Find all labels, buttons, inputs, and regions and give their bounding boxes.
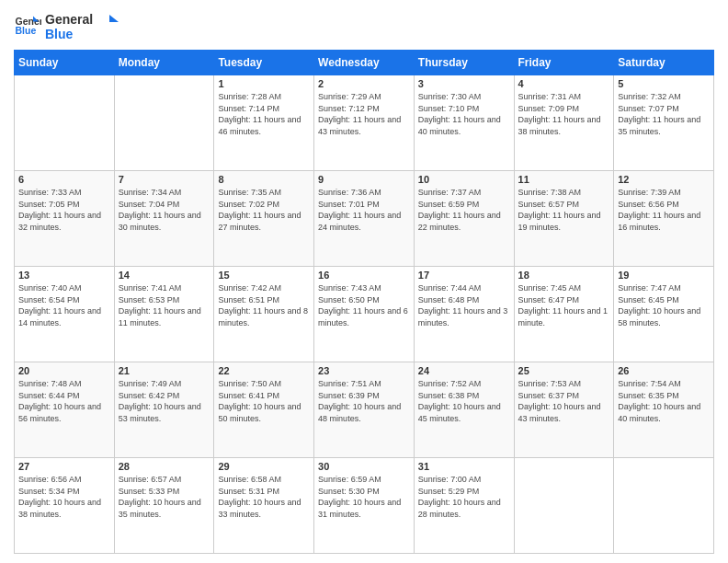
- calendar-weekday: Tuesday: [214, 51, 314, 75]
- calendar-cell: 18Sunrise: 7:45 AMSunset: 6:47 PMDayligh…: [514, 267, 614, 362]
- calendar-body: 1Sunrise: 7:28 AMSunset: 7:14 PMDaylight…: [15, 75, 714, 554]
- calendar-cell: 5Sunrise: 7:32 AMSunset: 7:07 PMDaylight…: [614, 75, 714, 171]
- calendar-weekday: Monday: [114, 51, 214, 75]
- calendar-cell: 7Sunrise: 7:34 AMSunset: 7:04 PMDaylight…: [114, 171, 214, 267]
- calendar-cell: 20Sunrise: 7:48 AMSunset: 6:44 PMDayligh…: [15, 362, 115, 458]
- day-info: Sunrise: 7:42 AMSunset: 6:51 PMDaylight:…: [218, 282, 310, 328]
- day-info: Sunrise: 7:40 AMSunset: 6:54 PMDaylight:…: [18, 282, 110, 328]
- day-info: Sunrise: 7:41 AMSunset: 6:53 PMDaylight:…: [119, 282, 210, 328]
- day-number: 17: [418, 270, 510, 281]
- day-number: 3: [418, 78, 510, 89]
- calendar-cell: [514, 458, 614, 554]
- calendar-cell: [614, 458, 714, 554]
- calendar-cell: 6Sunrise: 7:33 AMSunset: 7:05 PMDaylight…: [15, 171, 115, 267]
- day-info: Sunrise: 7:28 AMSunset: 7:14 PMDaylight:…: [218, 91, 310, 137]
- day-info: Sunrise: 7:36 AMSunset: 7:01 PMDaylight:…: [318, 187, 410, 233]
- day-info: Sunrise: 6:56 AMSunset: 5:34 PMDaylight:…: [18, 474, 110, 520]
- day-number: 28: [119, 461, 210, 472]
- day-number: 18: [518, 270, 610, 281]
- calendar-cell: 11Sunrise: 7:38 AMSunset: 6:57 PMDayligh…: [514, 171, 614, 267]
- calendar-cell: 9Sunrise: 7:36 AMSunset: 7:01 PMDaylight…: [314, 171, 415, 267]
- calendar-weekday: Wednesday: [314, 51, 415, 75]
- header: General Blue General Blue: [14, 9, 714, 42]
- day-number: 16: [318, 270, 410, 281]
- day-info: Sunrise: 7:32 AMSunset: 7:07 PMDaylight:…: [618, 91, 710, 137]
- day-info: Sunrise: 7:33 AMSunset: 7:05 PMDaylight:…: [18, 187, 110, 233]
- day-info: Sunrise: 7:35 AMSunset: 7:02 PMDaylight:…: [218, 187, 310, 233]
- calendar-cell: 28Sunrise: 6:57 AMSunset: 5:33 PMDayligh…: [114, 458, 214, 554]
- calendar-week-row: 20Sunrise: 7:48 AMSunset: 6:44 PMDayligh…: [15, 362, 714, 458]
- svg-text:General: General: [45, 12, 93, 27]
- day-number: 25: [518, 365, 610, 376]
- day-info: Sunrise: 7:29 AMSunset: 7:12 PMDaylight:…: [318, 91, 410, 137]
- day-number: 29: [218, 461, 310, 472]
- day-number: 30: [318, 461, 410, 472]
- calendar-cell: 21Sunrise: 7:49 AMSunset: 6:42 PMDayligh…: [114, 362, 214, 458]
- calendar-cell: 19Sunrise: 7:47 AMSunset: 6:45 PMDayligh…: [614, 267, 714, 362]
- day-info: Sunrise: 7:31 AMSunset: 7:09 PMDaylight:…: [518, 91, 610, 137]
- svg-marker-5: [109, 15, 119, 22]
- day-info: Sunrise: 7:30 AMSunset: 7:10 PMDaylight:…: [418, 91, 510, 137]
- calendar-cell: 3Sunrise: 7:30 AMSunset: 7:10 PMDaylight…: [414, 75, 514, 171]
- calendar-cell: 26Sunrise: 7:54 AMSunset: 6:35 PMDayligh…: [614, 362, 714, 458]
- day-number: 8: [218, 174, 310, 185]
- calendar-cell: 29Sunrise: 6:58 AMSunset: 5:31 PMDayligh…: [214, 458, 314, 554]
- day-info: Sunrise: 7:39 AMSunset: 6:56 PMDaylight:…: [618, 187, 710, 233]
- calendar-weekday: Saturday: [614, 51, 714, 75]
- calendar-weekday: Thursday: [414, 51, 514, 75]
- day-number: 24: [418, 365, 510, 376]
- calendar-cell: 13Sunrise: 7:40 AMSunset: 6:54 PMDayligh…: [15, 267, 115, 362]
- day-info: Sunrise: 7:48 AMSunset: 6:44 PMDaylight:…: [18, 378, 110, 424]
- calendar-header-row: SundayMondayTuesdayWednesdayThursdayFrid…: [15, 51, 714, 75]
- day-info: Sunrise: 7:54 AMSunset: 6:35 PMDaylight:…: [618, 378, 710, 424]
- day-number: 27: [18, 461, 110, 472]
- calendar-cell: 1Sunrise: 7:28 AMSunset: 7:14 PMDaylight…: [214, 75, 314, 171]
- calendar-cell: 25Sunrise: 7:53 AMSunset: 6:37 PMDayligh…: [514, 362, 614, 458]
- day-number: 23: [318, 365, 410, 376]
- calendar-cell: 10Sunrise: 7:37 AMSunset: 6:59 PMDayligh…: [414, 171, 514, 267]
- day-info: Sunrise: 7:50 AMSunset: 6:41 PMDaylight:…: [218, 378, 310, 424]
- day-number: 9: [318, 174, 410, 185]
- day-number: 22: [218, 365, 310, 376]
- logo: General Blue General Blue: [14, 9, 119, 42]
- day-info: Sunrise: 7:44 AMSunset: 6:48 PMDaylight:…: [418, 282, 510, 328]
- day-number: 11: [518, 174, 610, 185]
- svg-text:Blue: Blue: [45, 27, 74, 41]
- calendar-cell: 30Sunrise: 6:59 AMSunset: 5:30 PMDayligh…: [314, 458, 415, 554]
- calendar-cell: 17Sunrise: 7:44 AMSunset: 6:48 PMDayligh…: [414, 267, 514, 362]
- day-info: Sunrise: 7:00 AMSunset: 5:29 PMDaylight:…: [418, 474, 510, 520]
- day-info: Sunrise: 6:59 AMSunset: 5:30 PMDaylight:…: [318, 474, 410, 520]
- logo-svg: General Blue: [45, 9, 119, 42]
- day-info: Sunrise: 7:53 AMSunset: 6:37 PMDaylight:…: [518, 378, 610, 424]
- day-number: 20: [18, 365, 110, 376]
- day-number: 31: [418, 461, 510, 472]
- calendar-week-row: 6Sunrise: 7:33 AMSunset: 7:05 PMDaylight…: [15, 171, 714, 267]
- calendar-cell: 23Sunrise: 7:51 AMSunset: 6:39 PMDayligh…: [314, 362, 415, 458]
- day-number: 4: [518, 78, 610, 89]
- calendar-cell: [15, 75, 115, 171]
- calendar-week-row: 13Sunrise: 7:40 AMSunset: 6:54 PMDayligh…: [15, 267, 714, 362]
- day-info: Sunrise: 7:37 AMSunset: 6:59 PMDaylight:…: [418, 187, 510, 233]
- page: General Blue General Blue SundayMondayTu…: [0, 0, 728, 563]
- svg-text:Blue: Blue: [16, 25, 37, 36]
- calendar-cell: 12Sunrise: 7:39 AMSunset: 6:56 PMDayligh…: [614, 171, 714, 267]
- calendar-weekday: Friday: [514, 51, 614, 75]
- calendar-week-row: 27Sunrise: 6:56 AMSunset: 5:34 PMDayligh…: [15, 458, 714, 554]
- day-number: 7: [119, 174, 210, 185]
- day-info: Sunrise: 7:34 AMSunset: 7:04 PMDaylight:…: [119, 187, 210, 233]
- day-number: 6: [18, 174, 110, 185]
- day-number: 12: [618, 174, 710, 185]
- day-number: 14: [119, 270, 210, 281]
- day-number: 26: [618, 365, 710, 376]
- calendar-cell: [114, 75, 214, 171]
- day-number: 10: [418, 174, 510, 185]
- day-info: Sunrise: 7:43 AMSunset: 6:50 PMDaylight:…: [318, 282, 410, 328]
- calendar-cell: 14Sunrise: 7:41 AMSunset: 6:53 PMDayligh…: [114, 267, 214, 362]
- day-info: Sunrise: 7:47 AMSunset: 6:45 PMDaylight:…: [618, 282, 710, 328]
- day-number: 21: [119, 365, 210, 376]
- calendar-cell: 24Sunrise: 7:52 AMSunset: 6:38 PMDayligh…: [414, 362, 514, 458]
- day-info: Sunrise: 6:57 AMSunset: 5:33 PMDaylight:…: [119, 474, 210, 520]
- day-number: 5: [618, 78, 710, 89]
- calendar-cell: 27Sunrise: 6:56 AMSunset: 5:34 PMDayligh…: [15, 458, 115, 554]
- calendar-cell: 15Sunrise: 7:42 AMSunset: 6:51 PMDayligh…: [214, 267, 314, 362]
